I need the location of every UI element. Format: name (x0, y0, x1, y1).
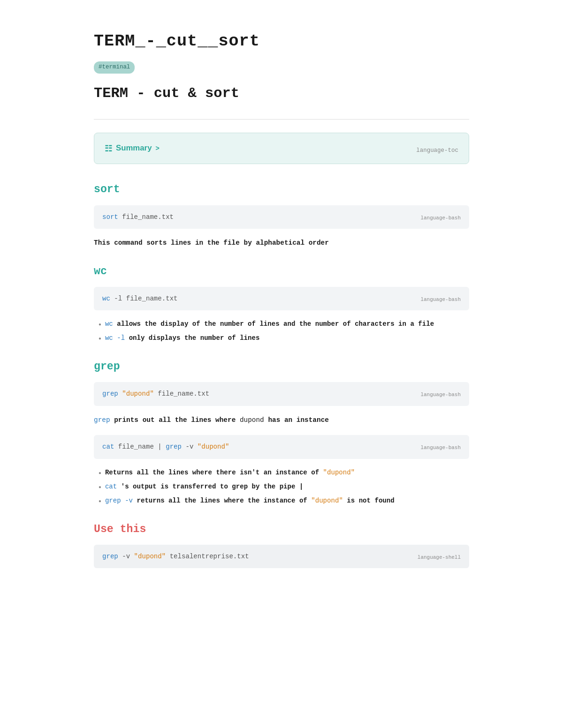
use-this-heading: Use this (94, 521, 469, 538)
page-subtitle: TERM - cut & sort (94, 82, 469, 105)
sort-cmd: sort (102, 213, 118, 221)
bullet-content: Returns all the lines where there isn't … (105, 467, 355, 479)
bullet-dot: ● (99, 321, 101, 329)
wc-section: wc wc -l file_name.txt language-bash ● w… (94, 263, 469, 344)
sort-section: sort sort file_name.txt language-bash Th… (94, 181, 469, 248)
use-this-grep-cmd: grep (102, 553, 118, 560)
wc-code-block: wc -l file_name.txt language-bash (94, 287, 469, 311)
use-this-flag: -v (122, 553, 134, 560)
use-this-section: Use this grep -v "dupond" telsalentrepri… (94, 521, 469, 569)
sort-code: sort file_name.txt (102, 212, 174, 223)
terminal-tag[interactable]: #terminal (94, 61, 135, 74)
sort-lang-label: language-bash (420, 214, 461, 223)
wc-inline-code: wc (105, 320, 113, 328)
wc-bullet2-text: only displays the number of lines (129, 334, 260, 342)
grep-file2: file_name | (118, 443, 166, 450)
divider (94, 119, 469, 120)
grep-bullet1-text: Returns all the lines where there isn't … (105, 469, 323, 476)
grep-desc-dupond: dupond (240, 416, 264, 424)
grep-bullet3-end: is not found (347, 497, 394, 504)
grep-string2: "dupond" (198, 443, 229, 450)
grep-string1: "dupond" (122, 390, 154, 398)
sort-heading: sort (94, 181, 469, 198)
wc-lang-label: language-bash (420, 296, 461, 304)
grep-code-block-2: cat file_name | grep -v "dupond" languag… (94, 435, 469, 459)
wc-bullet-list: ● wc allows the display of the number of… (94, 319, 469, 344)
grep-v-inline-code: grep -v (105, 497, 133, 504)
bullet-dot: ● (99, 484, 101, 492)
summary-chevron-icon: > (155, 143, 159, 154)
bullet-content: grep -v returns all the lines where the … (105, 495, 395, 507)
grep-cmd: grep (102, 390, 118, 398)
bullet-dot: ● (99, 470, 101, 478)
summary-label: Summary (116, 142, 152, 155)
bullet-content: wc allows the display of the number of l… (105, 319, 434, 330)
bullet-dot: ● (99, 335, 101, 343)
wc-cmd: wc (102, 295, 110, 302)
grep-description: grep prints out all the lines where dupo… (94, 414, 469, 426)
bullet-content: cat 's output is transferred to grep by … (105, 481, 303, 493)
grep-flag: -v (185, 443, 197, 450)
grep-bullet3-text: returns all the lines where the instance… (137, 497, 312, 504)
use-this-filename: telsalentreprise.txt (170, 553, 249, 560)
grep-desc-text1: prints out all the lines where (114, 416, 240, 424)
use-this-code-block: grep -v "dupond" telsalentreprise.txt la… (94, 545, 469, 569)
grep-cmd-2: grep (166, 443, 182, 450)
summary-box: ☷ Summary > language-toc (94, 133, 469, 165)
use-this-string: "dupond" (134, 553, 166, 560)
wc-l-inline-code: wc -l (105, 334, 125, 342)
grep-lang-label-1: language-bash (420, 391, 461, 399)
sort-description: This command sorts lines in the file by … (94, 237, 469, 248)
cat-inline-code: cat (105, 483, 117, 490)
sort-desc-text: This command sorts lines in the file by … (94, 239, 329, 247)
summary-icon: ☷ (105, 142, 112, 156)
grep-code-1: grep "dupond" file_name.txt (102, 389, 209, 399)
grep-filename1: file_name.txt (158, 390, 209, 398)
wc-code: wc -l file_name.txt (102, 293, 178, 304)
summary-toggle[interactable]: ☷ Summary > (105, 142, 160, 156)
grep-bullet2-text: 's output is transferred to grep by the … (121, 483, 304, 490)
wc-heading: wc (94, 263, 469, 280)
grep-bullet-list: ● Returns all the lines where there isn'… (94, 467, 469, 507)
list-item: ● grep -v returns all the lines where th… (99, 495, 469, 507)
wc-bullet1-text: allows the display of the number of line… (117, 320, 434, 328)
grep-code-block-1: grep "dupond" file_name.txt language-bas… (94, 382, 469, 406)
grep-code-2: cat file_name | grep -v "dupond" (102, 442, 229, 452)
list-item: ● wc -l only displays the number of line… (99, 333, 469, 344)
grep-bullet3-string: "dupond" (311, 497, 343, 504)
sort-code-block: sort file_name.txt language-bash (94, 205, 469, 229)
bullet-content: wc -l only displays the number of lines (105, 333, 260, 344)
grep-bullet1-string: "dupond" (323, 469, 355, 476)
grep-desc-text2: has an instance (268, 416, 329, 424)
list-item: ● cat 's output is transferred to grep b… (99, 481, 469, 493)
list-item: ● Returns all the lines where there isn'… (99, 467, 469, 479)
grep-desc-cmd: grep (94, 416, 110, 424)
page-title: TERM_-_cut__sort (94, 28, 469, 54)
grep-lang-label-2: language-bash (420, 444, 461, 452)
cat-cmd: cat (102, 443, 114, 450)
use-this-lang-label: language-shell (418, 554, 461, 562)
bullet-dot: ● (99, 498, 101, 506)
use-this-code: grep -v "dupond" telsalentreprise.txt (102, 551, 249, 562)
grep-section: grep grep "dupond" file_name.txt languag… (94, 358, 469, 506)
grep-heading: grep (94, 358, 469, 375)
list-item: ● wc allows the display of the number of… (99, 319, 469, 330)
summary-lang-label: language-toc (416, 146, 458, 156)
